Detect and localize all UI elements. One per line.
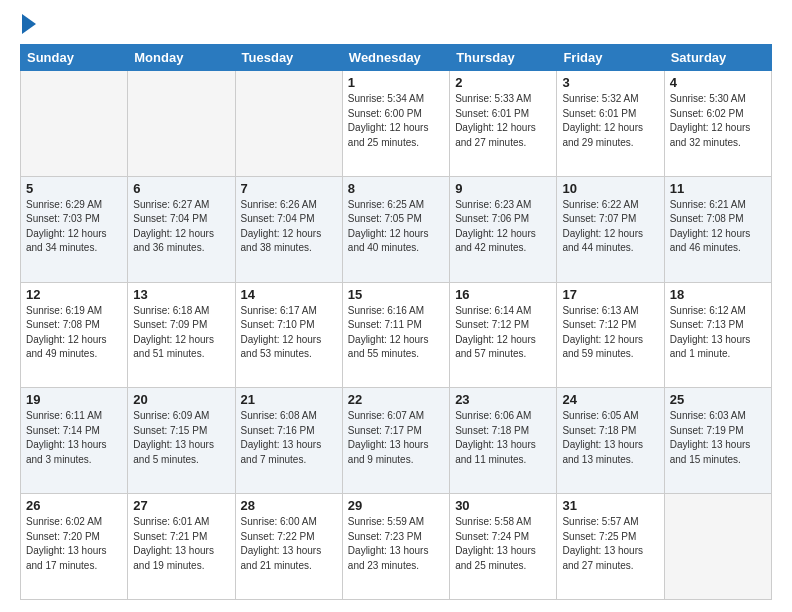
calendar-cell-1-0: 5Sunrise: 6:29 AMSunset: 7:03 PMDaylight…	[21, 176, 128, 282]
day-number: 16	[455, 287, 551, 302]
calendar-cell-1-3: 8Sunrise: 6:25 AMSunset: 7:05 PMDaylight…	[342, 176, 449, 282]
day-info: Sunrise: 6:18 AMSunset: 7:09 PMDaylight:…	[133, 304, 229, 362]
header	[20, 16, 772, 34]
day-info: Sunrise: 5:57 AMSunset: 7:25 PMDaylight:…	[562, 515, 658, 573]
day-info: Sunrise: 6:27 AMSunset: 7:04 PMDaylight:…	[133, 198, 229, 256]
day-number: 3	[562, 75, 658, 90]
day-number: 25	[670, 392, 766, 407]
day-info: Sunrise: 6:11 AMSunset: 7:14 PMDaylight:…	[26, 409, 122, 467]
day-info: Sunrise: 6:06 AMSunset: 7:18 PMDaylight:…	[455, 409, 551, 467]
day-info: Sunrise: 6:12 AMSunset: 7:13 PMDaylight:…	[670, 304, 766, 362]
calendar-cell-2-4: 16Sunrise: 6:14 AMSunset: 7:12 PMDayligh…	[450, 282, 557, 388]
day-info: Sunrise: 5:30 AMSunset: 6:02 PMDaylight:…	[670, 92, 766, 150]
calendar-cell-0-1	[128, 71, 235, 177]
calendar-cell-3-3: 22Sunrise: 6:07 AMSunset: 7:17 PMDayligh…	[342, 388, 449, 494]
day-info: Sunrise: 6:00 AMSunset: 7:22 PMDaylight:…	[241, 515, 337, 573]
day-info: Sunrise: 5:58 AMSunset: 7:24 PMDaylight:…	[455, 515, 551, 573]
day-number: 4	[670, 75, 766, 90]
calendar-cell-0-6: 4Sunrise: 5:30 AMSunset: 6:02 PMDaylight…	[664, 71, 771, 177]
day-info: Sunrise: 6:25 AMSunset: 7:05 PMDaylight:…	[348, 198, 444, 256]
calendar-cell-0-5: 3Sunrise: 5:32 AMSunset: 6:01 PMDaylight…	[557, 71, 664, 177]
calendar-cell-4-5: 31Sunrise: 5:57 AMSunset: 7:25 PMDayligh…	[557, 494, 664, 600]
day-number: 23	[455, 392, 551, 407]
calendar-cell-1-4: 9Sunrise: 6:23 AMSunset: 7:06 PMDaylight…	[450, 176, 557, 282]
calendar-cell-2-1: 13Sunrise: 6:18 AMSunset: 7:09 PMDayligh…	[128, 282, 235, 388]
calendar-cell-4-6	[664, 494, 771, 600]
day-number: 24	[562, 392, 658, 407]
calendar-cell-4-3: 29Sunrise: 5:59 AMSunset: 7:23 PMDayligh…	[342, 494, 449, 600]
day-number: 22	[348, 392, 444, 407]
calendar-week-2: 12Sunrise: 6:19 AMSunset: 7:08 PMDayligh…	[21, 282, 772, 388]
calendar-cell-2-5: 17Sunrise: 6:13 AMSunset: 7:12 PMDayligh…	[557, 282, 664, 388]
calendar-cell-0-3: 1Sunrise: 5:34 AMSunset: 6:00 PMDaylight…	[342, 71, 449, 177]
day-info: Sunrise: 6:13 AMSunset: 7:12 PMDaylight:…	[562, 304, 658, 362]
calendar-week-4: 26Sunrise: 6:02 AMSunset: 7:20 PMDayligh…	[21, 494, 772, 600]
calendar-cell-4-2: 28Sunrise: 6:00 AMSunset: 7:22 PMDayligh…	[235, 494, 342, 600]
logo	[20, 16, 36, 34]
day-info: Sunrise: 6:03 AMSunset: 7:19 PMDaylight:…	[670, 409, 766, 467]
calendar-cell-3-2: 21Sunrise: 6:08 AMSunset: 7:16 PMDayligh…	[235, 388, 342, 494]
calendar-cell-0-2	[235, 71, 342, 177]
calendar-cell-3-6: 25Sunrise: 6:03 AMSunset: 7:19 PMDayligh…	[664, 388, 771, 494]
weekday-header-saturday: Saturday	[664, 45, 771, 71]
calendar-header-row: SundayMondayTuesdayWednesdayThursdayFrid…	[21, 45, 772, 71]
calendar-cell-3-5: 24Sunrise: 6:05 AMSunset: 7:18 PMDayligh…	[557, 388, 664, 494]
day-info: Sunrise: 6:26 AMSunset: 7:04 PMDaylight:…	[241, 198, 337, 256]
day-info: Sunrise: 6:14 AMSunset: 7:12 PMDaylight:…	[455, 304, 551, 362]
day-number: 18	[670, 287, 766, 302]
weekday-header-monday: Monday	[128, 45, 235, 71]
calendar-week-3: 19Sunrise: 6:11 AMSunset: 7:14 PMDayligh…	[21, 388, 772, 494]
page: SundayMondayTuesdayWednesdayThursdayFrid…	[0, 0, 792, 612]
calendar-cell-1-6: 11Sunrise: 6:21 AMSunset: 7:08 PMDayligh…	[664, 176, 771, 282]
day-info: Sunrise: 6:23 AMSunset: 7:06 PMDaylight:…	[455, 198, 551, 256]
calendar-cell-3-0: 19Sunrise: 6:11 AMSunset: 7:14 PMDayligh…	[21, 388, 128, 494]
day-number: 14	[241, 287, 337, 302]
calendar-cell-4-0: 26Sunrise: 6:02 AMSunset: 7:20 PMDayligh…	[21, 494, 128, 600]
logo-arrow-icon	[22, 14, 36, 34]
day-number: 17	[562, 287, 658, 302]
day-number: 28	[241, 498, 337, 513]
day-info: Sunrise: 6:07 AMSunset: 7:17 PMDaylight:…	[348, 409, 444, 467]
calendar-cell-4-4: 30Sunrise: 5:58 AMSunset: 7:24 PMDayligh…	[450, 494, 557, 600]
day-info: Sunrise: 6:05 AMSunset: 7:18 PMDaylight:…	[562, 409, 658, 467]
calendar-cell-2-6: 18Sunrise: 6:12 AMSunset: 7:13 PMDayligh…	[664, 282, 771, 388]
day-info: Sunrise: 6:17 AMSunset: 7:10 PMDaylight:…	[241, 304, 337, 362]
day-number: 29	[348, 498, 444, 513]
day-info: Sunrise: 6:19 AMSunset: 7:08 PMDaylight:…	[26, 304, 122, 362]
day-number: 31	[562, 498, 658, 513]
day-number: 19	[26, 392, 122, 407]
day-number: 9	[455, 181, 551, 196]
day-info: Sunrise: 6:29 AMSunset: 7:03 PMDaylight:…	[26, 198, 122, 256]
day-info: Sunrise: 6:16 AMSunset: 7:11 PMDaylight:…	[348, 304, 444, 362]
calendar-week-0: 1Sunrise: 5:34 AMSunset: 6:00 PMDaylight…	[21, 71, 772, 177]
day-info: Sunrise: 6:02 AMSunset: 7:20 PMDaylight:…	[26, 515, 122, 573]
weekday-header-sunday: Sunday	[21, 45, 128, 71]
weekday-header-tuesday: Tuesday	[235, 45, 342, 71]
calendar-cell-2-3: 15Sunrise: 6:16 AMSunset: 7:11 PMDayligh…	[342, 282, 449, 388]
day-info: Sunrise: 5:34 AMSunset: 6:00 PMDaylight:…	[348, 92, 444, 150]
day-info: Sunrise: 6:22 AMSunset: 7:07 PMDaylight:…	[562, 198, 658, 256]
day-number: 27	[133, 498, 229, 513]
calendar-cell-0-4: 2Sunrise: 5:33 AMSunset: 6:01 PMDaylight…	[450, 71, 557, 177]
calendar-cell-1-1: 6Sunrise: 6:27 AMSunset: 7:04 PMDaylight…	[128, 176, 235, 282]
day-info: Sunrise: 6:21 AMSunset: 7:08 PMDaylight:…	[670, 198, 766, 256]
calendar-cell-1-2: 7Sunrise: 6:26 AMSunset: 7:04 PMDaylight…	[235, 176, 342, 282]
day-number: 30	[455, 498, 551, 513]
day-number: 20	[133, 392, 229, 407]
day-info: Sunrise: 6:08 AMSunset: 7:16 PMDaylight:…	[241, 409, 337, 467]
day-number: 10	[562, 181, 658, 196]
day-number: 21	[241, 392, 337, 407]
calendar-cell-2-0: 12Sunrise: 6:19 AMSunset: 7:08 PMDayligh…	[21, 282, 128, 388]
day-info: Sunrise: 5:33 AMSunset: 6:01 PMDaylight:…	[455, 92, 551, 150]
calendar-cell-2-2: 14Sunrise: 6:17 AMSunset: 7:10 PMDayligh…	[235, 282, 342, 388]
day-info: Sunrise: 5:59 AMSunset: 7:23 PMDaylight:…	[348, 515, 444, 573]
day-number: 6	[133, 181, 229, 196]
weekday-header-friday: Friday	[557, 45, 664, 71]
day-number: 15	[348, 287, 444, 302]
day-number: 13	[133, 287, 229, 302]
calendar-cell-3-1: 20Sunrise: 6:09 AMSunset: 7:15 PMDayligh…	[128, 388, 235, 494]
day-number: 11	[670, 181, 766, 196]
day-number: 2	[455, 75, 551, 90]
calendar-cell-4-1: 27Sunrise: 6:01 AMSunset: 7:21 PMDayligh…	[128, 494, 235, 600]
day-number: 8	[348, 181, 444, 196]
